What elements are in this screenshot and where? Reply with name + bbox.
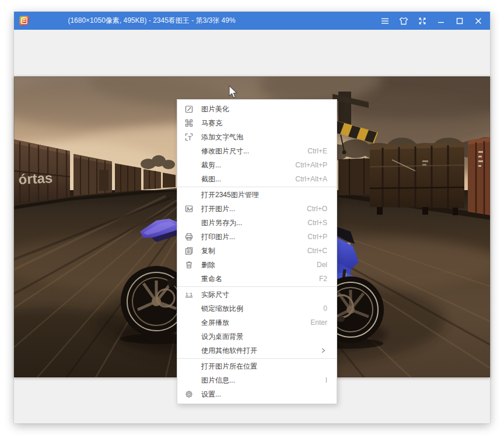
menu-item-shortcut: Ctrl+E <box>307 147 327 155</box>
menu-item-crop[interactable]: 裁剪... Ctrl+Alt+P <box>177 158 337 172</box>
window-title: (1680×1050像素, 495KB) - 2345看图王 - 第3/3张 4… <box>37 12 266 30</box>
menu-item-label: 图片另存为... <box>201 218 296 228</box>
menu-item-label: 打印图片... <box>201 232 296 242</box>
menu-item-label: 设置... <box>201 390 316 400</box>
menu-item-label: 全屏播放 <box>201 318 299 328</box>
menu-item-shortcut: F2 <box>319 275 327 283</box>
copy-icon <box>184 246 194 255</box>
titlebar[interactable]: (1680×1050像素, 495KB) - 2345看图王 - 第3/3张 4… <box>14 12 490 30</box>
menu-item-shortcut: Del <box>317 261 327 269</box>
menu-item-shortcut: Ctrl+P <box>307 233 327 241</box>
menu-item-beautify[interactable]: 图片美化 <box>177 102 337 116</box>
menu-item-actual-size[interactable]: 1:1 实际尺寸 <box>177 288 337 302</box>
menu-item-label: 裁剪... <box>201 160 284 170</box>
menu-item-shortcut: Ctrl+S <box>307 219 327 227</box>
menu-item-open-2345-manager[interactable]: 打开2345图片管理 <box>177 188 337 202</box>
menu-item-label: 添加文字气泡 <box>201 132 316 142</box>
printer-icon <box>184 232 194 241</box>
menu-item-delete[interactable]: 删除 Del <box>177 258 337 272</box>
menu-item-label: 马赛克 <box>201 118 316 128</box>
submenu-chevron-icon <box>319 346 327 355</box>
mosaic-icon <box>184 118 194 128</box>
menu-item-label: 打开2345图片管理 <box>201 190 316 200</box>
menu-item-label: 图片美化 <box>201 104 316 114</box>
app-icon[interactable] <box>19 16 29 26</box>
menu-item-label: 图片信息... <box>201 376 314 386</box>
menu-item-label: 截图... <box>201 174 284 184</box>
close-icon <box>475 17 482 24</box>
menu-item-label: 实际尺寸 <box>201 290 316 300</box>
mouse-cursor <box>228 85 239 101</box>
menu-item-shortcut: 0 <box>323 304 327 313</box>
skin-button[interactable] <box>394 12 413 30</box>
main-menu-button[interactable] <box>376 12 394 30</box>
menu-item-label: 打开图片所在位置 <box>201 362 316 372</box>
menu-item-resize[interactable]: 修改图片尺寸... Ctrl+E <box>177 144 337 158</box>
maximize-icon <box>456 17 463 24</box>
maximize-button[interactable] <box>450 12 469 30</box>
fullscreen-icon <box>418 17 426 25</box>
tshirt-icon <box>399 17 408 25</box>
hamburger-icon <box>381 17 389 24</box>
menu-item-lock-zoom[interactable]: 锁定缩放比例 0 <box>177 302 337 316</box>
text-bubble-icon <box>184 132 194 142</box>
context-menu: 图片美化 马赛克 添加文字气泡 修改图片尺寸... Ctrl+E 裁剪... C… <box>177 99 337 404</box>
menu-item-open-file-location[interactable]: 打开图片所在位置 <box>177 359 337 373</box>
menu-item-label: 打开图片... <box>201 204 295 214</box>
graffiti-text: órtas <box>18 169 53 187</box>
menu-item-open-image[interactable]: 打开图片... Ctrl+O <box>177 202 337 216</box>
minimize-icon <box>438 17 444 24</box>
menu-item-save-as[interactable]: 图片另存为... Ctrl+S <box>177 216 337 230</box>
menu-item-settings[interactable]: 设置... <box>177 387 337 401</box>
menu-item-shortcut: Ctrl+Alt+P <box>295 161 327 169</box>
menu-separator <box>177 187 337 187</box>
actual-size-icon: 1:1 <box>184 290 194 299</box>
menu-item-mosaic[interactable]: 马赛克 <box>177 116 337 130</box>
menu-item-add-text-bubble[interactable]: 添加文字气泡 <box>177 130 337 144</box>
menu-item-label: 设为桌面背景 <box>201 332 316 342</box>
menu-item-copy[interactable]: 复制 Ctrl+C <box>177 244 337 258</box>
trash-icon <box>184 260 194 269</box>
edit-icon <box>184 104 194 114</box>
menu-item-label: 使用其他软件打开 <box>201 346 307 356</box>
menu-item-shortcut: Ctrl+C <box>307 247 327 255</box>
menu-item-rename[interactable]: 重命名 F2 <box>177 272 337 286</box>
menu-item-shortcut: Ctrl+Alt+A <box>295 175 327 183</box>
menu-item-label: 修改图片尺寸... <box>201 146 296 156</box>
menu-item-open-with[interactable]: 使用其他软件打开 <box>177 344 337 358</box>
menu-item-shortcut: I <box>326 376 327 384</box>
menu-item-set-wallpaper[interactable]: 设为桌面背景 <box>177 330 337 344</box>
image-icon <box>184 204 194 213</box>
menu-item-label: 锁定缩放比例 <box>201 304 312 314</box>
menu-item-image-info[interactable]: 图片信息... I <box>177 373 337 387</box>
fullscreen-button[interactable] <box>413 12 432 30</box>
menu-item-label: 重命名 <box>201 274 307 284</box>
menu-item-shortcut: Ctrl+O <box>307 205 327 213</box>
menu-separator <box>177 286 337 287</box>
minimize-button[interactable] <box>432 12 450 30</box>
menu-item-fullscreen-play[interactable]: 全屏播放 Enter <box>177 316 337 330</box>
close-button[interactable] <box>469 12 488 30</box>
menu-item-label: 复制 <box>201 246 296 256</box>
menu-separator <box>177 358 337 359</box>
menu-item-print[interactable]: 打印图片... Ctrl+P <box>177 230 337 244</box>
menu-item-shortcut: Enter <box>310 318 327 327</box>
gear-icon <box>184 390 194 399</box>
menu-item-label: 删除 <box>201 260 305 270</box>
menu-item-screenshot[interactable]: 截图... Ctrl+Alt+A <box>177 172 337 186</box>
